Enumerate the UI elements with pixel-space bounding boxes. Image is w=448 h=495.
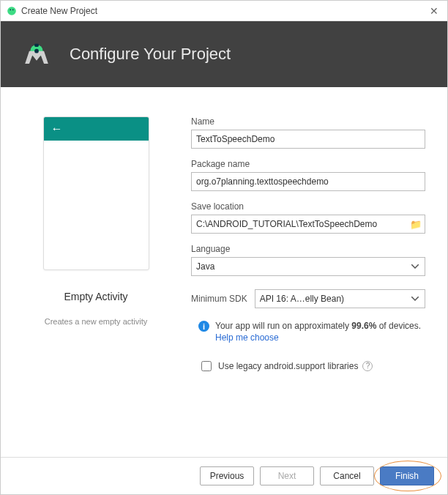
banner: Configure Your Project: [1, 21, 447, 87]
name-field-group: Name: [191, 116, 425, 149]
save-label: Save location: [191, 201, 425, 212]
save-field-group: Save location 📁: [191, 201, 425, 234]
legacy-checkbox-row: Use legacy android.support libraries ?: [191, 359, 425, 373]
banner-title: Configure Your Project: [70, 45, 231, 64]
info-icon: i: [198, 321, 209, 332]
template-preview: ←: [43, 116, 149, 270]
package-field-group: Package name: [191, 159, 425, 191]
titlebar: Create New Project ✕: [1, 1, 447, 21]
language-label: Language: [191, 244, 425, 254]
legacy-label: Use legacy android.support libraries: [218, 361, 358, 371]
app-icon: [7, 6, 17, 16]
sdk-info: i Your app will run on approximately 99.…: [191, 320, 425, 343]
svg-rect-4: [34, 44, 39, 47]
package-input[interactable]: [191, 172, 425, 191]
info-percent: 99.6%: [351, 321, 376, 331]
help-me-choose-link[interactable]: Help me choose: [215, 332, 421, 343]
svg-point-2: [12, 9, 14, 10]
preview-toolbar: ←: [44, 117, 149, 141]
footer: Previous Next Cancel Finish: [1, 457, 447, 494]
project-wizard-window: Create New Project ✕ Configure Your Proj…: [0, 0, 448, 495]
content-area: ← Empty Activity Creates a new empty act…: [1, 87, 447, 457]
finish-button[interactable]: Finish: [380, 466, 434, 485]
sdk-label: Minimum SDK: [191, 294, 247, 304]
package-label: Package name: [191, 159, 425, 169]
help-icon[interactable]: ?: [362, 361, 373, 371]
name-input[interactable]: [191, 130, 425, 149]
info-prefix: Your app will run on approximately: [215, 321, 351, 331]
next-button: Next: [260, 466, 314, 485]
language-select[interactable]: Java: [191, 257, 425, 276]
info-suffix: of devices.: [376, 321, 421, 331]
cancel-button[interactable]: Cancel: [320, 466, 374, 485]
save-location-input[interactable]: [191, 215, 425, 234]
template-description: Creates a new empty activity: [45, 317, 148, 326]
svg-point-5: [34, 49, 39, 53]
form-column: Name Package name Save location 📁 Langua…: [191, 116, 425, 442]
close-button[interactable]: ✕: [427, 5, 441, 17]
info-text-block: Your app will run on approximately 99.6%…: [215, 320, 421, 343]
previous-button[interactable]: Previous: [200, 466, 254, 485]
language-field-group: Language Java: [191, 244, 425, 276]
window-title: Create New Project: [21, 6, 97, 16]
back-arrow-icon: ←: [51, 122, 63, 135]
android-studio-icon: [20, 37, 53, 71]
legacy-checkbox[interactable]: [201, 361, 212, 371]
preview-column: ← Empty Activity Creates a new empty act…: [23, 116, 169, 442]
sdk-select[interactable]: API 16: A…elly Bean): [255, 289, 425, 308]
template-name: Empty Activity: [64, 291, 127, 302]
sdk-row: Minimum SDK API 16: A…elly Bean): [191, 289, 425, 308]
name-label: Name: [191, 116, 425, 127]
svg-point-1: [10, 9, 11, 10]
svg-point-0: [7, 7, 16, 15]
